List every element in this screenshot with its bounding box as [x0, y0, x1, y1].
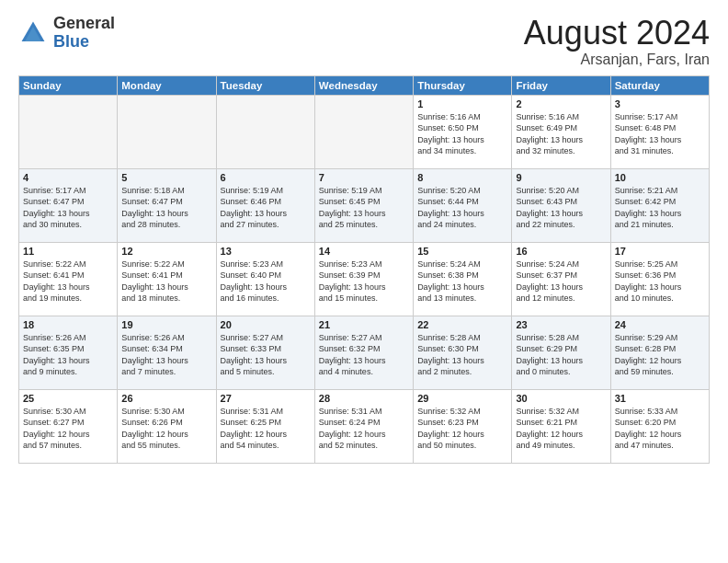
- table-row: 9Sunrise: 5:20 AMSunset: 6:43 PMDaylight…: [512, 168, 610, 242]
- day-number: 21: [319, 319, 409, 330]
- day-info: Sunrise: 5:21 AMSunset: 6:42 PMDaylight:…: [615, 185, 705, 231]
- day-info: Sunrise: 5:19 AMSunset: 6:45 PMDaylight:…: [319, 185, 409, 231]
- day-number: 5: [121, 172, 211, 183]
- day-info: Sunrise: 5:29 AMSunset: 6:28 PMDaylight:…: [615, 332, 705, 378]
- day-number: 23: [516, 319, 606, 330]
- day-info: Sunrise: 5:30 AMSunset: 6:27 PMDaylight:…: [23, 406, 113, 452]
- day-info: Sunrise: 5:18 AMSunset: 6:47 PMDaylight:…: [121, 185, 211, 231]
- calendar-table: Sunday Monday Tuesday Wednesday Thursday…: [18, 75, 710, 464]
- day-number: 19: [121, 319, 211, 330]
- day-info: Sunrise: 5:20 AMSunset: 6:44 PMDaylight:…: [417, 185, 507, 231]
- table-row: 3Sunrise: 5:17 AMSunset: 6:48 PMDaylight…: [610, 95, 709, 168]
- col-saturday: Saturday: [610, 75, 709, 95]
- logo-icon: [18, 18, 48, 48]
- logo-general-text: General: [53, 15, 115, 33]
- col-tuesday: Tuesday: [216, 75, 314, 95]
- table-row: 1Sunrise: 5:16 AMSunset: 6:50 PMDaylight…: [414, 95, 512, 168]
- calendar-header-row: Sunday Monday Tuesday Wednesday Thursday…: [19, 75, 710, 95]
- calendar-week-row: 4Sunrise: 5:17 AMSunset: 6:47 PMDaylight…: [19, 168, 710, 242]
- day-info: Sunrise: 5:30 AMSunset: 6:26 PMDaylight:…: [121, 406, 211, 452]
- day-number: 7: [319, 172, 409, 183]
- day-info: Sunrise: 5:24 AMSunset: 6:37 PMDaylight:…: [516, 259, 606, 304]
- day-number: 29: [417, 393, 507, 404]
- table-row: 28Sunrise: 5:31 AMSunset: 6:24 PMDayligh…: [314, 389, 413, 463]
- location-title: Arsanjan, Fars, Iran: [524, 52, 710, 68]
- day-number: 10: [615, 172, 705, 183]
- table-row: 25Sunrise: 5:30 AMSunset: 6:27 PMDayligh…: [19, 389, 118, 463]
- day-info: Sunrise: 5:33 AMSunset: 6:20 PMDaylight:…: [615, 406, 705, 452]
- day-info: Sunrise: 5:23 AMSunset: 6:40 PMDaylight:…: [221, 259, 311, 304]
- day-number: 26: [121, 393, 211, 404]
- day-info: Sunrise: 5:22 AMSunset: 6:41 PMDaylight:…: [23, 259, 113, 304]
- col-wednesday: Wednesday: [314, 75, 413, 95]
- day-number: 4: [23, 172, 113, 183]
- day-number: 1: [417, 98, 507, 109]
- table-row: 5Sunrise: 5:18 AMSunset: 6:47 PMDaylight…: [118, 168, 216, 242]
- day-info: Sunrise: 5:23 AMSunset: 6:39 PMDaylight:…: [319, 259, 409, 304]
- day-info: Sunrise: 5:20 AMSunset: 6:43 PMDaylight:…: [516, 185, 606, 231]
- day-number: 20: [221, 319, 311, 330]
- day-number: 28: [319, 393, 409, 404]
- day-info: Sunrise: 5:31 AMSunset: 6:24 PMDaylight:…: [319, 406, 409, 452]
- table-row: 2Sunrise: 5:16 AMSunset: 6:49 PMDaylight…: [512, 95, 610, 168]
- day-info: Sunrise: 5:27 AMSunset: 6:32 PMDaylight:…: [319, 332, 409, 378]
- day-info: Sunrise: 5:22 AMSunset: 6:41 PMDaylight:…: [121, 259, 211, 304]
- calendar-week-row: 18Sunrise: 5:26 AMSunset: 6:35 PMDayligh…: [19, 316, 710, 389]
- day-number: 24: [615, 319, 705, 330]
- table-row: 18Sunrise: 5:26 AMSunset: 6:35 PMDayligh…: [19, 316, 118, 389]
- day-info: Sunrise: 5:17 AMSunset: 6:47 PMDaylight:…: [23, 185, 113, 231]
- day-number: 27: [221, 393, 311, 404]
- col-friday: Friday: [512, 75, 610, 95]
- table-row: [314, 95, 413, 168]
- table-row: [19, 95, 118, 168]
- table-row: 16Sunrise: 5:24 AMSunset: 6:37 PMDayligh…: [512, 242, 610, 316]
- table-row: 11Sunrise: 5:22 AMSunset: 6:41 PMDayligh…: [19, 242, 118, 316]
- table-row: 6Sunrise: 5:19 AMSunset: 6:46 PMDaylight…: [216, 168, 314, 242]
- day-info: Sunrise: 5:19 AMSunset: 6:46 PMDaylight:…: [221, 185, 311, 231]
- table-row: 27Sunrise: 5:31 AMSunset: 6:25 PMDayligh…: [216, 389, 314, 463]
- day-info: Sunrise: 5:28 AMSunset: 6:29 PMDaylight:…: [516, 332, 606, 378]
- table-row: 4Sunrise: 5:17 AMSunset: 6:47 PMDaylight…: [19, 168, 118, 242]
- day-number: 31: [615, 393, 705, 404]
- day-number: 25: [23, 393, 113, 404]
- table-row: 29Sunrise: 5:32 AMSunset: 6:23 PMDayligh…: [414, 389, 512, 463]
- logo-blue-text: Blue: [53, 33, 115, 52]
- day-info: Sunrise: 5:28 AMSunset: 6:30 PMDaylight:…: [417, 332, 507, 378]
- table-row: 30Sunrise: 5:32 AMSunset: 6:21 PMDayligh…: [512, 389, 610, 463]
- day-info: Sunrise: 5:26 AMSunset: 6:35 PMDaylight:…: [23, 332, 113, 378]
- day-info: Sunrise: 5:17 AMSunset: 6:48 PMDaylight:…: [615, 111, 705, 157]
- col-thursday: Thursday: [414, 75, 512, 95]
- day-number: 17: [615, 246, 705, 257]
- day-info: Sunrise: 5:24 AMSunset: 6:38 PMDaylight:…: [417, 259, 507, 304]
- day-info: Sunrise: 5:27 AMSunset: 6:33 PMDaylight:…: [221, 332, 311, 378]
- table-row: 20Sunrise: 5:27 AMSunset: 6:33 PMDayligh…: [216, 316, 314, 389]
- day-number: 6: [221, 172, 311, 183]
- day-number: 8: [417, 172, 507, 183]
- table-row: 10Sunrise: 5:21 AMSunset: 6:42 PMDayligh…: [610, 168, 709, 242]
- table-row: 13Sunrise: 5:23 AMSunset: 6:40 PMDayligh…: [216, 242, 314, 316]
- day-info: Sunrise: 5:32 AMSunset: 6:23 PMDaylight:…: [417, 406, 507, 452]
- day-info: Sunrise: 5:32 AMSunset: 6:21 PMDaylight:…: [516, 406, 606, 452]
- table-row: 15Sunrise: 5:24 AMSunset: 6:38 PMDayligh…: [414, 242, 512, 316]
- table-row: 14Sunrise: 5:23 AMSunset: 6:39 PMDayligh…: [314, 242, 413, 316]
- table-row: [216, 95, 314, 168]
- table-row: 12Sunrise: 5:22 AMSunset: 6:41 PMDayligh…: [118, 242, 216, 316]
- day-number: 9: [516, 172, 606, 183]
- table-row: 7Sunrise: 5:19 AMSunset: 6:45 PMDaylight…: [314, 168, 413, 242]
- day-info: Sunrise: 5:16 AMSunset: 6:50 PMDaylight:…: [417, 111, 507, 157]
- page-header: General Blue August 2024 Arsanjan, Fars,…: [18, 15, 710, 68]
- calendar-week-row: 11Sunrise: 5:22 AMSunset: 6:41 PMDayligh…: [19, 242, 710, 316]
- day-number: 14: [319, 246, 409, 257]
- table-row: 17Sunrise: 5:25 AMSunset: 6:36 PMDayligh…: [610, 242, 709, 316]
- day-number: 16: [516, 246, 606, 257]
- table-row: 31Sunrise: 5:33 AMSunset: 6:20 PMDayligh…: [610, 389, 709, 463]
- day-number: 22: [417, 319, 507, 330]
- calendar-week-row: 1Sunrise: 5:16 AMSunset: 6:50 PMDaylight…: [19, 95, 710, 168]
- col-sunday: Sunday: [19, 75, 118, 95]
- table-row: 19Sunrise: 5:26 AMSunset: 6:34 PMDayligh…: [118, 316, 216, 389]
- day-number: 15: [417, 246, 507, 257]
- day-info: Sunrise: 5:16 AMSunset: 6:49 PMDaylight:…: [516, 111, 606, 157]
- day-number: 18: [23, 319, 113, 330]
- col-monday: Monday: [118, 75, 216, 95]
- table-row: 8Sunrise: 5:20 AMSunset: 6:44 PMDaylight…: [414, 168, 512, 242]
